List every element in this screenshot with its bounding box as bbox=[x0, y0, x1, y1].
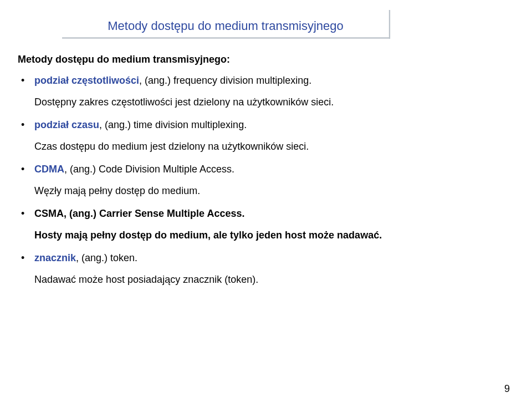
term-after: , (ang.) time division multiplexing. bbox=[99, 119, 247, 130]
item-desc: Węzły mają pełny dostęp do medium. bbox=[34, 184, 500, 199]
term-after: , (ang.) Code Division Multiple Access. bbox=[64, 164, 234, 175]
page-number: 9 bbox=[504, 383, 510, 395]
term-after: , (ang.) token. bbox=[76, 252, 137, 263]
term: znacznik bbox=[34, 252, 76, 263]
term-after: , (ang.) frequency division multiplexing… bbox=[139, 75, 311, 86]
item-desc: Hosty mają pełny dostęp do medium, ale t… bbox=[34, 228, 500, 243]
term: CDMA bbox=[34, 164, 64, 175]
list-item: podział częstotliwości, (ang.) frequency… bbox=[18, 73, 500, 110]
term: CSMA, (ang.) Carrier Sense Multiple Acce… bbox=[34, 208, 244, 219]
bullet-list: podział częstotliwości, (ang.) frequency… bbox=[18, 73, 500, 287]
list-item: CDMA, (ang.) Code Division Multiple Acce… bbox=[18, 162, 500, 199]
item-desc: Nadawać może host posiadający znacznik (… bbox=[34, 272, 500, 287]
title-rule: Metody dostępu do medium transmisyjnego bbox=[62, 17, 389, 38]
list-item: podział czasu, (ang.) time division mult… bbox=[18, 118, 500, 154]
term: podział czasu bbox=[34, 119, 99, 130]
list-item: znacznik, (ang.) token. Nadawać może hos… bbox=[18, 251, 500, 287]
subheading: Metody dostępu do medium transmisyjnego: bbox=[18, 54, 500, 65]
term: podział częstotliwości bbox=[34, 75, 139, 86]
page-title: Metody dostępu do medium transmisyjnego bbox=[62, 17, 389, 33]
item-desc: Czas dostępu do medium jest dzielony na … bbox=[34, 139, 500, 154]
item-desc: Dostępny zakres częstotliwości jest dzie… bbox=[34, 95, 500, 110]
list-item: CSMA, (ang.) Carrier Sense Multiple Acce… bbox=[18, 206, 500, 243]
